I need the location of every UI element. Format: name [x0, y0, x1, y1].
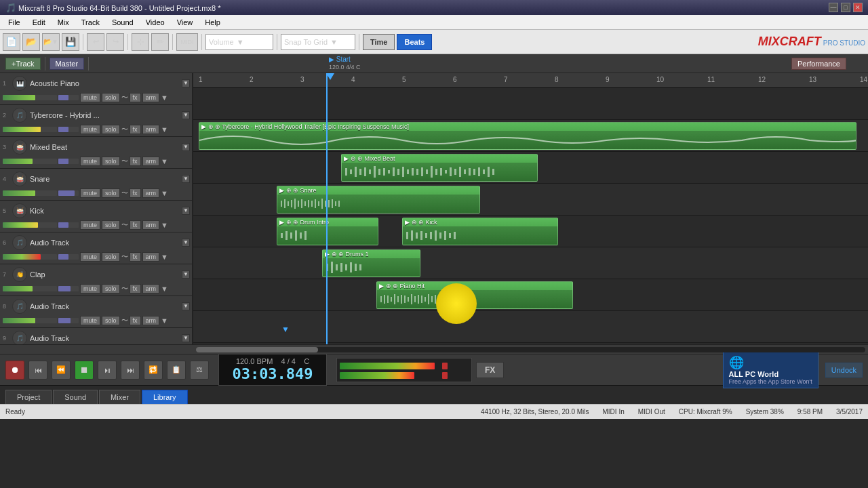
fx-2[interactable]: fx	[130, 125, 141, 134]
arr-track-6[interactable]: ▶ ⊕ ⊕ Drums 1	[193, 247, 868, 279]
track-expand-2[interactable]: ▼	[182, 111, 190, 119]
arm-7[interactable]: arm	[142, 284, 160, 293]
menu-view[interactable]: View	[172, 17, 199, 28]
pan-slider-1[interactable]	[58, 95, 79, 100]
pan-slider-3[interactable]	[58, 159, 79, 164]
play-pause-button[interactable]: ⏯	[98, 361, 117, 380]
mute-2[interactable]: mute	[80, 125, 100, 134]
pan-slider-2[interactable]	[58, 127, 79, 132]
volume-slider-7[interactable]	[3, 286, 57, 291]
mute-5[interactable]: mute	[80, 220, 100, 230]
clip-drum-intro[interactable]: ▶ ⊕ ⊕ Drum Intro	[277, 218, 378, 245]
volume-slider-3[interactable]	[3, 159, 57, 164]
volume-slider-6[interactable]	[3, 254, 57, 260]
chevron-4[interactable]: ▼	[161, 189, 168, 197]
chevron-2[interactable]: ▼	[161, 125, 168, 134]
track-expand-8[interactable]: ▼	[182, 302, 190, 310]
pan-slider-6[interactable]	[58, 254, 79, 260]
minimize-button[interactable]: —	[829, 3, 838, 12]
mute-6[interactable]: mute	[80, 252, 100, 262]
arr-track-9[interactable]: ▼	[193, 343, 868, 344]
volume-slider-5[interactable]	[3, 222, 57, 228]
fx-7[interactable]: fx	[130, 284, 141, 293]
stop-button[interactable]: ⏹	[75, 361, 94, 380]
chevron-5[interactable]: ▼	[161, 221, 168, 229]
fx-1[interactable]: fx	[130, 93, 141, 102]
master-button[interactable]: Master	[50, 58, 85, 70]
redo-button[interactable]: ↪	[106, 33, 124, 51]
undock-button[interactable]: Undock	[825, 363, 863, 378]
save-button[interactable]: 💾	[62, 33, 79, 51]
track-expand-7[interactable]: ▼	[182, 270, 190, 279]
pan-slider-7[interactable]	[58, 286, 79, 291]
menu-edit[interactable]: Edit	[27, 17, 51, 28]
tab-mixer[interactable]: Mixer	[99, 390, 140, 404]
clip-tybercore[interactable]: ▶ ⊕ ⊕ Tybercore - Hybrid Hollywood Trail…	[199, 122, 856, 150]
arm-3[interactable]: arm	[142, 157, 160, 166]
goto-start-button[interactable]: ⏮	[28, 361, 47, 380]
goto-end-button[interactable]: ⏭	[121, 361, 140, 380]
open-recent-button[interactable]: 📂▼	[42, 33, 60, 51]
time-button[interactable]: Time	[363, 34, 395, 50]
record-button[interactable]: ⏺	[5, 361, 24, 380]
chevron-7[interactable]: ▼	[161, 285, 168, 293]
performance-button[interactable]: Performance	[791, 58, 846, 70]
pan-slider-8[interactable]	[58, 318, 79, 323]
chevron-6[interactable]: ▼	[161, 253, 168, 261]
arr-track-1[interactable]	[193, 88, 868, 120]
track-icon-3[interactable]: 🥁	[12, 140, 27, 155]
solo-4[interactable]: solo	[102, 188, 120, 198]
add-track-button[interactable]: +Track	[5, 58, 41, 70]
track-icon-1[interactable]: 🎹	[12, 76, 27, 91]
menu-track[interactable]: Track	[76, 17, 105, 28]
volume-slider-8[interactable]	[3, 318, 57, 323]
arr-track-5[interactable]: ▶ ⊕ ⊕ Drum Intro ▶ ⊕ ⊕ Kick	[193, 216, 868, 247]
solo-6[interactable]: solo	[102, 252, 120, 262]
pan-slider-5[interactable]	[58, 222, 79, 228]
undo-button[interactable]: ↩	[87, 33, 104, 51]
mute-3[interactable]: mute	[80, 157, 100, 166]
arr-track-8[interactable]: ▼	[193, 311, 868, 343]
mute-7[interactable]: mute	[80, 284, 100, 293]
arm-4[interactable]: arm	[142, 188, 160, 198]
menu-video[interactable]: Video	[140, 17, 170, 28]
track-icon-5[interactable]: 🥁	[12, 203, 27, 218]
close-button[interactable]: ✕	[853, 3, 863, 12]
track-expand-1[interactable]: ▼	[182, 79, 190, 87]
maximize-button[interactable]: □	[841, 3, 850, 12]
arm-5[interactable]: arm	[142, 220, 160, 230]
arm-1[interactable]: arm	[142, 93, 160, 102]
snap-dropdown[interactable]: Snap To Grid ▼	[281, 34, 355, 50]
pan-slider-4[interactable]	[58, 190, 79, 196]
solo-1[interactable]: solo	[102, 93, 120, 102]
arm-6[interactable]: arm	[142, 252, 160, 262]
clip-drums1[interactable]: ▶ ⊕ ⊕ Drums 1	[322, 249, 420, 277]
track-expand-4[interactable]: ▼	[182, 175, 190, 183]
mute-4[interactable]: mute	[80, 188, 100, 198]
fx-3[interactable]: fx	[130, 157, 141, 166]
arr-track-7[interactable]: ▶ ⊕ ⊕ Piano Hit	[193, 279, 868, 311]
volume-dropdown[interactable]: Volume ▼	[205, 34, 273, 50]
midi-btn[interactable]: MIDI	[176, 33, 198, 51]
track-icon-4[interactable]: 🥁	[12, 171, 27, 186]
arm-8[interactable]: arm	[142, 316, 160, 325]
menu-mix[interactable]: Mix	[52, 17, 75, 28]
track-icon-9[interactable]: 🎵	[12, 331, 27, 345]
fx-6[interactable]: fx	[130, 252, 141, 262]
solo-8[interactable]: solo	[102, 316, 120, 325]
fx-4[interactable]: fx	[130, 188, 141, 198]
track-expand-3[interactable]: ▼	[182, 143, 190, 151]
menu-file[interactable]: File	[3, 17, 26, 28]
clip-snare[interactable]: ▶ ⊕ ⊕ Snare	[277, 186, 480, 214]
tab-sound[interactable]: Sound	[53, 390, 98, 404]
track-icon-2[interactable]: 🎵	[12, 108, 27, 123]
track-expand-5[interactable]: ▼	[182, 207, 190, 215]
track-icon-8[interactable]: 🎵	[12, 299, 27, 314]
mix-button[interactable]: ⚖	[190, 361, 209, 380]
volume-slider-1[interactable]	[3, 95, 57, 100]
track-icon-7[interactable]: 👏	[12, 267, 27, 282]
fx-button[interactable]: FX	[476, 362, 504, 378]
arm-2[interactable]: arm	[142, 125, 160, 134]
chevron-3[interactable]: ▼	[161, 157, 168, 165]
chevron-8[interactable]: ▼	[161, 317, 168, 325]
